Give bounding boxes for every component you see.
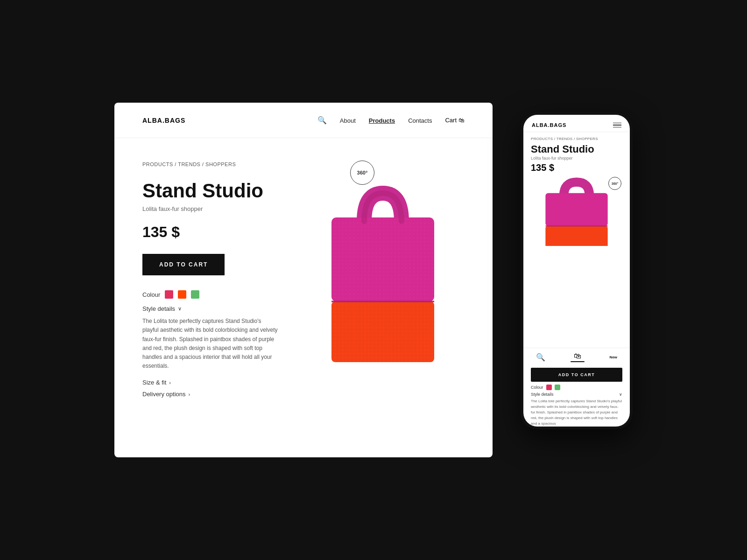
colour-section: Colour	[142, 290, 301, 299]
colour-label: Colour	[142, 291, 160, 298]
nav-links: 🔍 About Products Contacts Cart 🛍	[317, 116, 465, 125]
nav-contacts[interactable]: Contacts	[408, 116, 432, 125]
chevron-right-icon: ›	[169, 380, 171, 385]
search-icon[interactable]: 🔍	[317, 116, 327, 124]
mobile-screen: ALBA.BAGS PRODUCTS / TRENDS / SHOPPERS S…	[523, 115, 630, 427]
mobile-description: The Lolita tote perfectly captures Stand…	[523, 399, 630, 427]
mobile-colour-section: Colour	[523, 385, 630, 390]
mobile-colour-swatch-1[interactable]	[546, 385, 552, 390]
tab-new[interactable]: New	[610, 355, 617, 359]
style-description: The Lolita tote perfectly captures Stand…	[142, 317, 278, 371]
mobile-product-subtitle: Lolita faux-fur shopper	[531, 156, 622, 161]
scene: ALBA.BAGS 🔍 About Products Contacts Cart	[114, 103, 633, 457]
desktop-nav: ALBA.BAGS 🔍 About Products Contacts Cart	[114, 103, 493, 138]
product-price: 135 $	[142, 224, 301, 241]
mobile-card: ALBA.BAGS PRODUCTS / TRENDS / SHOPPERS S…	[521, 112, 633, 429]
style-details-label: Style details	[142, 305, 175, 312]
tab-new-label: New	[610, 355, 617, 359]
mobile-product-image: 360°	[531, 176, 622, 246]
tab-cart[interactable]: 🛍	[571, 352, 585, 362]
product-image-area: 360°	[301, 157, 465, 402]
tab-active-indicator	[571, 361, 585, 362]
nav-about-link[interactable]: About	[340, 117, 356, 124]
nav-cart-label: Cart	[445, 117, 457, 124]
mobile-breadcrumb: PRODUCTS / TRENDS / SHOPPERS	[531, 137, 622, 141]
svg-rect-8	[545, 226, 607, 246]
mobile-chevron-down-icon: ∨	[619, 392, 622, 397]
mobile-product-title: Stand Studio	[531, 144, 622, 155]
mobile-colour-label: Colour	[531, 385, 543, 390]
hamburger-icon[interactable]	[613, 123, 621, 128]
chevron-down-icon: ∨	[178, 306, 182, 312]
desktop-card: ALBA.BAGS 🔍 About Products Contacts Cart	[114, 103, 493, 457]
badge-360: 360°	[350, 161, 374, 185]
nav-about[interactable]: About	[340, 116, 356, 125]
hero-section: PRODUCTS / TRENDS / SHOPPERS Stand Studi…	[114, 138, 493, 430]
size-fit-row[interactable]: Size & fit ›	[142, 379, 301, 386]
tab-search[interactable]: 🔍	[536, 353, 545, 362]
svg-rect-2	[331, 217, 434, 301]
mobile-product-price: 135 $	[531, 162, 622, 173]
mobile-colour-swatch-2[interactable]	[555, 385, 560, 390]
mobile-add-to-cart-button[interactable]: ADD TO CART	[531, 368, 622, 382]
delivery-label: Delivery options	[142, 391, 186, 398]
breadcrumb: PRODUCTS / TRENDS / SHOPPERS	[142, 161, 301, 167]
colour-swatch-3[interactable]	[191, 290, 199, 299]
nav-search[interactable]: 🔍	[317, 116, 327, 125]
nav-products[interactable]: Products	[369, 116, 395, 125]
product-subtitle: Lolita faux-fur shopper	[142, 205, 301, 212]
colour-swatch-1[interactable]	[165, 290, 173, 299]
mobile-nav: ALBA.BAGS	[523, 115, 630, 132]
mobile-logo: ALBA.BAGS	[532, 122, 566, 128]
style-details-row[interactable]: Style details ∨	[142, 305, 301, 312]
product-image	[303, 184, 462, 385]
cart-bag-icon: 🛍	[458, 117, 465, 124]
nav-products-link[interactable]: Products	[369, 117, 395, 124]
add-to-cart-button[interactable]: ADD TO CART	[142, 254, 225, 275]
mobile-tab-bar: 🔍 🛍 New	[523, 348, 630, 365]
svg-rect-7	[545, 193, 607, 226]
cart-icon: 🛍	[574, 352, 581, 360]
nav-cart[interactable]: Cart 🛍	[445, 117, 465, 124]
mobile-style-details-label: Style details	[531, 392, 554, 397]
mobile-style-details-row[interactable]: Style details ∨	[523, 392, 630, 397]
colour-swatch-2[interactable]	[178, 290, 186, 299]
nav-contacts-link[interactable]: Contacts	[408, 117, 432, 124]
delivery-row[interactable]: Delivery options ›	[142, 391, 301, 398]
search-icon: 🔍	[536, 353, 545, 362]
product-title: Stand Studio	[142, 180, 301, 202]
mobile-body: PRODUCTS / TRENDS / SHOPPERS Stand Studi…	[523, 132, 630, 348]
mobile-badge-360: 360°	[608, 177, 621, 190]
desktop-logo: ALBA.BAGS	[142, 117, 185, 124]
chevron-right-icon-2: ›	[189, 392, 190, 397]
product-info: PRODUCTS / TRENDS / SHOPPERS Stand Studi…	[142, 157, 301, 402]
svg-rect-3	[331, 301, 434, 362]
size-fit-label: Size & fit	[142, 379, 166, 386]
